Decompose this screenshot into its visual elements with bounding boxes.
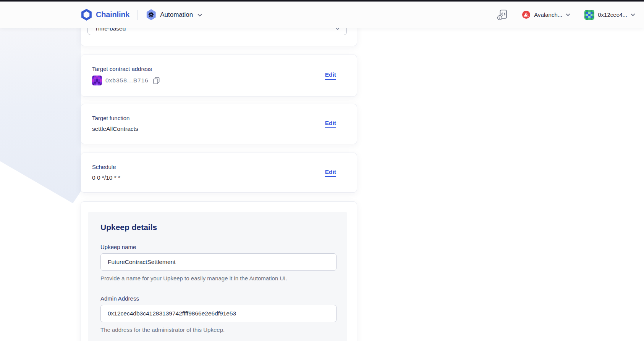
background-gradient-shape <box>0 28 81 203</box>
docs-code-info-icon[interactable] <box>497 9 508 21</box>
product-switcher[interactable]: Automation <box>146 9 202 20</box>
chevron-down-icon <box>631 13 635 16</box>
chevron-down-icon <box>197 14 202 17</box>
header-divider <box>138 10 138 20</box>
header-right-cluster: Avalanch... 0x12cec4 <box>497 9 635 21</box>
edit-target-function-button[interactable]: Edit <box>325 120 336 128</box>
target-function-value: settleAllContracts <box>92 125 346 132</box>
target-contract-card: Target contract address 0xb358...B716 <box>81 55 357 97</box>
contract-pixel-avatar <box>92 76 102 85</box>
network-label: Avalanch... <box>534 11 562 18</box>
wallet-pixel-avatar <box>584 10 594 20</box>
automation-registration-page: Chainlink Automation <box>0 0 644 341</box>
automation-gear-hexagon-icon <box>146 9 156 20</box>
target-function-label: Target function <box>92 115 346 121</box>
schedule-label: Schedule <box>92 164 346 170</box>
upkeep-details-title: Upkeep details <box>100 223 335 232</box>
chainlink-hexagon-icon <box>81 9 92 21</box>
edit-schedule-button[interactable]: Edit <box>325 169 336 177</box>
upkeep-details-card: Upkeep details Upkeep name Provide a nam… <box>81 201 357 341</box>
upkeep-name-input[interactable] <box>100 253 337 271</box>
product-name: Automation <box>160 11 193 19</box>
schedule-cron-value: 0 0 */10 * * <box>92 174 346 181</box>
target-function-card: Target function settleAllContracts Edit <box>81 104 357 144</box>
top-window-strip <box>0 0 644 2</box>
admin-address-input[interactable] <box>100 305 337 322</box>
avalanche-logo-icon <box>522 10 531 19</box>
chevron-down-icon <box>566 13 570 16</box>
wallet-address-label: 0x12cec4... <box>598 11 627 18</box>
app-header: Chainlink Automation <box>0 2 644 28</box>
upkeep-name-label: Upkeep name <box>100 244 335 250</box>
upkeep-name-helper: Provide a name for your Upkeep to easily… <box>100 275 335 281</box>
upkeep-details-panel: Upkeep details Upkeep name Provide a nam… <box>88 212 347 341</box>
target-contract-address: 0xb358...B716 <box>105 77 149 84</box>
schedule-card: Schedule 0 0 */10 * * Edit <box>81 153 357 193</box>
brand-name: Chainlink <box>96 10 129 19</box>
copy-icon[interactable] <box>153 77 160 84</box>
chevron-down-icon <box>336 27 340 30</box>
edit-target-contract-button[interactable]: Edit <box>325 71 336 80</box>
admin-address-helper: The address for the administrator of thi… <box>100 327 335 333</box>
target-contract-label: Target contract address <box>92 66 346 72</box>
chainlink-brand-link[interactable]: Chainlink <box>81 9 129 21</box>
network-selector[interactable]: Avalanch... <box>522 10 570 19</box>
admin-address-label: Admin Address <box>100 295 335 302</box>
wallet-selector[interactable]: 0x12cec4... <box>584 10 635 20</box>
